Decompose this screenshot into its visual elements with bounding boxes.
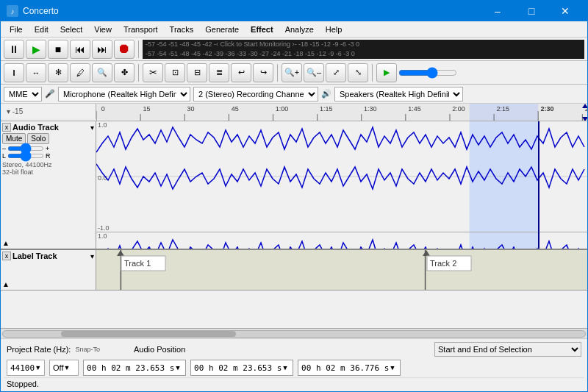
pause-button[interactable]: ⏸ (4, 40, 24, 59)
menu-view[interactable]: View (88, 24, 118, 35)
audio-position-field[interactable]: 00 h 02 m 23.653 s ▼ (83, 360, 186, 376)
start-time-field[interactable]: 00 h 02 m 23.653 s ▼ (190, 360, 293, 376)
play-button[interactable]: ▶ (26, 40, 46, 59)
ruler-header: ▾ -15 (1, 104, 96, 119)
trim-button[interactable]: ≣ (209, 63, 229, 82)
menu-generate[interactable]: Generate (199, 24, 245, 35)
svg-rect-35 (470, 232, 539, 249)
menubar: File Edit Select View Transport Tracks G… (1, 21, 587, 38)
skip-end-button[interactable]: ⏭ (92, 40, 112, 59)
maximize-button[interactable]: □ (515, 1, 548, 21)
menu-tracks[interactable]: Tracks (164, 24, 200, 35)
svg-text:0.0: 0.0 (98, 174, 107, 182)
channels-select[interactable]: 2 (Stereo) Recording Channels (193, 87, 318, 101)
svg-text:2:30: 2:30 (541, 105, 554, 113)
label-track-svg: Track 1 Track 2 (96, 250, 587, 290)
zoom-fit-button[interactable]: ⤢ (326, 63, 346, 82)
start-time-arrow[interactable]: ▼ (283, 364, 287, 371)
microphone-select[interactable]: Microphone (Realtek High Defini (58, 87, 190, 101)
meter-row2-text: -57 -54 -51 -48 -45 -42 -39 -36 -33 -30 … (146, 50, 355, 57)
snap-to-label: Snap-To (75, 346, 100, 353)
ruler-svg: 0 15 30 45 1:00 1:15 1:30 (96, 104, 587, 121)
track-header-top: x Audio Track ▾ (2, 123, 94, 132)
pos-time-arrow[interactable]: ▼ (176, 364, 179, 371)
titlebar: ♪ Concerto – □ ✕ (1, 1, 587, 21)
envelope-tool[interactable]: ✻ (48, 63, 68, 82)
svg-text:2:00: 2:00 (452, 105, 465, 113)
mic-icon: 🎤 (45, 89, 55, 99)
menu-effect[interactable]: Effect (245, 24, 279, 35)
audio-track-close[interactable]: x (2, 123, 11, 132)
titlebar-controls: – □ ✕ (481, 1, 581, 21)
audio-track-header: x Audio Track ▾ Mute Solo – + L (1, 121, 96, 249)
project-rate-arrow[interactable]: ▼ (35, 364, 41, 371)
track-move-up[interactable]: ▲ (2, 239, 10, 247)
app-window: ♪ Concerto – □ ✕ File Edit Select View T… (0, 0, 588, 392)
zoom-in-button[interactable]: 🔍+ (282, 63, 302, 82)
menu-help[interactable]: Help (320, 24, 348, 35)
separator (138, 40, 139, 58)
multi-tool[interactable]: ✤ (114, 63, 135, 82)
hscrollbar-track[interactable] (2, 330, 586, 338)
play-at-speed[interactable]: ▶ (376, 63, 397, 82)
svg-text:1.0: 1.0 (98, 121, 107, 129)
label-track-dropdown[interactable]: ▾ (90, 252, 94, 260)
track-sample-rate: Stereo, 44100Hz (2, 161, 94, 168)
label-track-move-up[interactable]: ▲ (2, 280, 10, 288)
hscrollbar[interactable] (1, 328, 587, 338)
timeshift-tool[interactable]: ↔ (26, 63, 46, 82)
zoom-tool[interactable]: 🔍 (92, 63, 112, 82)
svg-text:Track 2: Track 2 (430, 259, 456, 268)
cut-button[interactable]: ✂ (143, 63, 163, 82)
menu-select[interactable]: Select (54, 24, 89, 35)
statusbar-row1: Project Rate (Hz): Snap-To Audio Positio… (4, 341, 584, 358)
label-track-close[interactable]: x (2, 252, 11, 260)
ruler-unit: ▾ -15 (7, 107, 23, 115)
stop-button[interactable]: ■ (48, 40, 68, 59)
end-time-field[interactable]: 00 h 02 m 36.776 s ▼ (298, 360, 401, 376)
paste-button[interactable]: ⊟ (187, 63, 207, 82)
project-rate-value: 44100 (10, 363, 35, 373)
hscrollbar-thumb[interactable] (61, 331, 236, 337)
zoom-out-button[interactable]: 🔍– (304, 63, 324, 82)
meter-row2: -57 -54 -51 -48 -45 -42 -39 -36 -33 -30 … (143, 49, 584, 59)
host-select[interactable]: MME (4, 87, 42, 101)
close-button[interactable]: ✕ (549, 1, 581, 21)
skip-start-button[interactable]: ⏮ (70, 40, 90, 59)
audio-track: x Audio Track ▾ Mute Solo – + L (1, 121, 587, 250)
copy-button[interactable]: ⊡ (165, 63, 185, 82)
selection-mode-select[interactable]: Start and End of Selection (434, 342, 581, 357)
snap-to-group: Snap-To (75, 346, 100, 353)
selection-dropdown-area: Start and End of Selection (190, 342, 581, 357)
channel2: 1.0 0.0 -1.0 (96, 232, 587, 249)
track-bit-depth: 32-bit float (2, 168, 94, 176)
waveform-ch1-svg: 1.0 0.0 -1.0 // This will be rendered vi… (96, 121, 587, 232)
audio-track-dropdown[interactable]: ▾ (90, 124, 94, 132)
audio-track-content[interactable]: 1.0 0.0 -1.0 // This will be rendered vi… (96, 121, 587, 249)
svg-text:1:00: 1:00 (276, 105, 289, 113)
zoom-sel-button[interactable]: ⤡ (348, 63, 368, 82)
end-time-arrow[interactable]: ▼ (390, 364, 394, 371)
record-button[interactable]: ⏺ (114, 40, 135, 59)
statusbar-row3: Stopped. (4, 377, 584, 390)
menu-edit[interactable]: Edit (29, 24, 54, 35)
app-icon: ♪ (7, 5, 18, 17)
label-track-move: ▲ (2, 279, 94, 288)
snap-to-arrow[interactable]: ▼ (64, 364, 71, 371)
speaker-select[interactable]: Speakers (Realtek High Definiti) (334, 87, 463, 101)
menu-analyze[interactable]: Analyze (279, 24, 320, 35)
undo-button[interactable]: ↩ (231, 63, 251, 82)
playback-speed-slider[interactable] (398, 70, 457, 76)
sep2 (138, 64, 139, 82)
redo-button[interactable]: ↪ (253, 63, 273, 82)
label-track-content[interactable]: Track 1 Track 2 (96, 250, 587, 290)
track-move: ▲ (2, 239, 94, 247)
menu-file[interactable]: File (4, 24, 29, 35)
pan-slider[interactable] (7, 154, 44, 158)
label-track: x Label Track ▾ ▲ (1, 250, 587, 291)
app-title: Concerto (23, 6, 59, 16)
selection-tool[interactable]: I (4, 63, 24, 82)
menu-transport[interactable]: Transport (118, 24, 164, 35)
draw-tool[interactable]: 🖊 (70, 63, 90, 82)
minimize-button[interactable]: – (481, 1, 514, 21)
